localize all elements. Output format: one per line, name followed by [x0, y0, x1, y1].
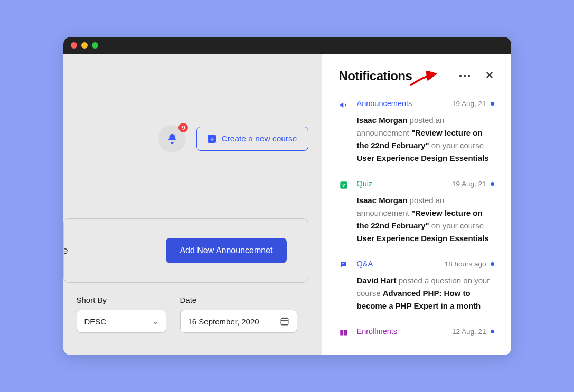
- notification-actor: Isaac Morgan: [357, 196, 408, 205]
- notification-time: 12 Aug, 21: [452, 328, 486, 336]
- notifications-title: Notifications: [339, 69, 412, 83]
- notification-meta-row: Q&A18 hours ago: [357, 260, 494, 268]
- notification-mid: on your course: [429, 221, 484, 230]
- unread-dot: [491, 182, 494, 186]
- window-minimize-dot[interactable]: [81, 42, 88, 49]
- date-label: Date: [180, 295, 297, 304]
- more-icon[interactable]: [459, 75, 470, 77]
- unread-dot: [491, 262, 494, 266]
- notification-meta: 12 Aug, 21: [452, 328, 494, 336]
- notification-body: Isaac Morgan posted an announcement "Rev…: [357, 114, 494, 165]
- notifications-actions: [459, 70, 494, 82]
- divider: [63, 175, 308, 175]
- notification-meta-row: Quiz19 Aug, 21: [357, 179, 494, 188]
- notification-time: 18 hours ago: [445, 260, 486, 268]
- notification-time: 19 Aug, 21: [452, 180, 486, 188]
- date-select[interactable]: 16 September, 2020: [180, 310, 297, 333]
- bell-badge: 9: [178, 123, 188, 132]
- notifications-panel: Notifications Announcements19 Aug, 21Isa…: [322, 54, 511, 355]
- sort-select[interactable]: DESC ⌄: [77, 310, 166, 333]
- svg-rect-0: [281, 319, 288, 325]
- notification-content: Quiz19 Aug, 21Isaac Morgan posted an ann…: [357, 179, 494, 245]
- enroll-icon: [339, 328, 349, 338]
- window-body: 9 + Create a new course e Add New Announ…: [63, 54, 511, 355]
- create-course-button[interactable]: + Create a new course: [196, 127, 308, 151]
- plus-icon: +: [208, 135, 216, 143]
- notification-mid: on your course: [429, 141, 484, 150]
- chevron-down-icon: ⌄: [152, 317, 158, 326]
- sort-value: DESC: [84, 317, 107, 326]
- date-value: 16 September, 2020: [188, 317, 259, 326]
- close-button[interactable]: [485, 70, 494, 82]
- notification-content: Enrollments12 Aug, 21: [357, 327, 494, 342]
- notification-meta-row: Enrollments12 Aug, 21: [357, 327, 494, 336]
- notification-category: Announcements: [357, 99, 412, 108]
- megaphone-icon: [339, 100, 349, 110]
- notification-category: Enrollments: [357, 327, 398, 336]
- add-announcement-label: Add New Announcemnet: [180, 246, 272, 255]
- notifications-list: Announcements19 Aug, 21Isaac Morgan post…: [339, 99, 494, 342]
- sort-label: Short By: [77, 295, 166, 304]
- unread-dot: [491, 330, 494, 333]
- unread-dot: [491, 102, 494, 106]
- notification-actor: Isaac Morgan: [357, 116, 408, 125]
- window-close-dot[interactable]: [71, 42, 77, 49]
- quiz-icon: ?: [339, 180, 349, 190]
- notification-category: Q&A: [357, 260, 373, 268]
- main-content: 9 + Create a new course e Add New Announ…: [63, 54, 322, 355]
- bell-icon: [166, 133, 178, 145]
- notifications-header: Notifications: [339, 69, 494, 83]
- notification-meta-row: Announcements19 Aug, 21: [357, 99, 494, 108]
- window-maximize-dot[interactable]: [92, 42, 98, 49]
- filter-row: Short By DESC ⌄ Date 16 September, 2020: [77, 295, 308, 333]
- notifications-bell[interactable]: 9: [158, 125, 186, 152]
- svg-text:?: ?: [342, 182, 345, 188]
- notification-course: User Experience Design Essentials: [357, 234, 489, 243]
- notification-course: User Experience Design Essentials: [357, 154, 489, 162]
- calendar-icon: [280, 317, 289, 326]
- notification-item[interactable]: ?Q&A18 hours agoDavid Hart posted a ques…: [339, 260, 494, 312]
- notification-item[interactable]: ?Quiz19 Aug, 21Isaac Morgan posted an an…: [339, 179, 494, 245]
- notification-content: Announcements19 Aug, 21Isaac Morgan post…: [357, 99, 494, 165]
- notification-actor: David Hart: [357, 276, 397, 285]
- truncated-text: e: [63, 245, 68, 256]
- notification-meta: 19 Aug, 21: [452, 180, 494, 188]
- notification-meta: 18 hours ago: [445, 260, 494, 268]
- create-course-label: Create a new course: [221, 134, 297, 144]
- top-controls: 9 + Create a new course: [63, 125, 322, 152]
- notification-time: 19 Aug, 21: [452, 100, 486, 108]
- svg-text:?: ?: [342, 262, 344, 266]
- notification-category: Quiz: [357, 179, 373, 188]
- notification-item[interactable]: Announcements19 Aug, 21Isaac Morgan post…: [339, 99, 494, 165]
- notification-item[interactable]: Enrollments12 Aug, 21: [339, 327, 494, 342]
- app-window: 9 + Create a new course e Add New Announ…: [63, 37, 511, 355]
- titlebar: [63, 37, 511, 54]
- notification-body: Isaac Morgan posted an announcement "Rev…: [357, 194, 494, 245]
- date-field: Date 16 September, 2020: [180, 295, 297, 333]
- add-announcement-button[interactable]: Add New Announcemnet: [166, 238, 286, 263]
- sort-field: Short By DESC ⌄: [77, 295, 166, 333]
- close-icon: [485, 70, 494, 80]
- notification-body: David Hart posted a question on your cou…: [357, 274, 494, 312]
- qna-icon: ?: [339, 261, 349, 270]
- notification-content: Q&A18 hours agoDavid Hart posted a quest…: [357, 260, 494, 312]
- announcement-panel: e Add New Announcemnet: [63, 218, 308, 283]
- notification-meta: 19 Aug, 21: [452, 100, 494, 108]
